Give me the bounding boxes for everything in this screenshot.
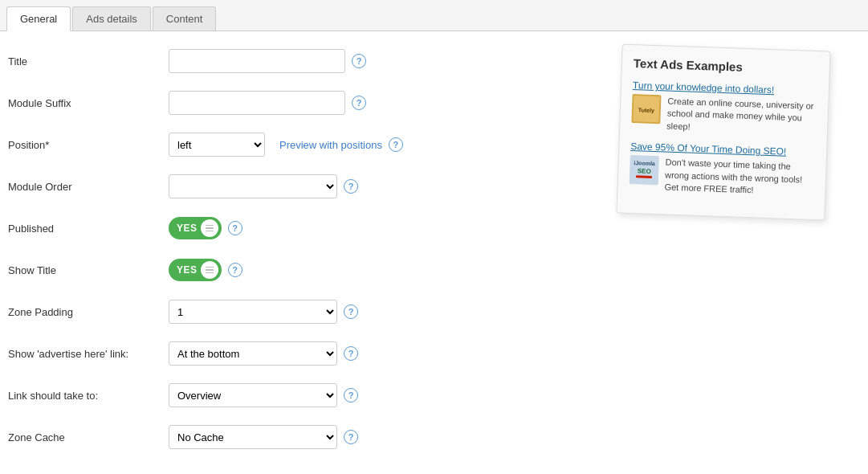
zone-padding-help-icon[interactable]: ? [344, 304, 358, 319]
show-title-toggle-text: YES [177, 264, 198, 276]
show-title-line-1 [206, 267, 214, 268]
module-suffix-input[interactable] [169, 91, 345, 115]
zone-cache-label: Zone Cache [8, 431, 169, 443]
tab-ads-details[interactable]: Ads details [72, 6, 151, 31]
published-toggle-text: YES [177, 223, 198, 234]
ad-item-2: Save 95% Of Your Time Doing SEO! iJoomla… [629, 141, 815, 198]
link-takes-help-icon[interactable]: ? [344, 388, 358, 402]
position-control: left right center top bottom Preview wit… [169, 133, 403, 157]
published-toggle[interactable]: YES [169, 217, 222, 239]
show-title-line-3 [206, 272, 214, 274]
module-order-label: Module Order [8, 181, 169, 193]
module-order-help-icon[interactable]: ? [344, 179, 358, 194]
link-takes-label: Link should take to: [8, 390, 169, 402]
ad2-thumbnail: iJoomla SEO [630, 155, 659, 185]
published-control: YES ? [169, 217, 242, 239]
toggle-line-3 [206, 231, 214, 232]
link-takes-control: Overview Detail Custom URL ? [169, 383, 358, 407]
toggle-lines [206, 225, 214, 232]
ad2-text: Don't waste your time taking the wrong a… [664, 157, 814, 199]
show-title-toggle-handle [201, 261, 218, 279]
zone-padding-select[interactable]: 1 2 3 4 5 [169, 300, 337, 324]
module-suffix-control: ? [169, 91, 366, 115]
position-row: Position* left right center top bottom P… [8, 131, 603, 158]
zone-padding-label: Zone Padding [8, 306, 169, 318]
ads-example-title: Text Ads Examples [634, 56, 818, 76]
title-help-icon[interactable]: ? [352, 54, 366, 68]
svg-text:iJoomla: iJoomla [634, 160, 655, 166]
show-title-row: Show Title YES ? [8, 256, 603, 284]
zone-padding-control: 1 2 3 4 5 ? [169, 300, 358, 324]
ad1-thumbnail: Tutely [631, 94, 661, 124]
zone-cache-select[interactable]: No Cache Static Progressive Permanent [169, 425, 337, 449]
zone-cache-help-icon[interactable]: ? [344, 430, 358, 444]
zone-cache-control: No Cache Static Progressive Permanent ? [169, 425, 358, 449]
position-help-icon[interactable]: ? [389, 137, 403, 152]
tab-content[interactable]: Content [153, 6, 217, 31]
module-suffix-row: Module Suffix ? [8, 89, 603, 116]
advertise-link-select[interactable]: At the bottom At the top Hidden [169, 341, 337, 366]
ad-item-1: Turn your knowledge into dollars! Tutely… [631, 80, 817, 137]
published-label: Published [8, 223, 169, 235]
title-input[interactable] [169, 49, 345, 73]
published-toggle-handle [201, 219, 218, 237]
advertise-link-row: Show 'advertise here' link: At the botto… [8, 340, 603, 367]
position-label: Position* [8, 139, 169, 151]
tab-general[interactable]: General [6, 6, 71, 31]
module-suffix-label: Module Suffix [8, 97, 169, 109]
show-title-toggle[interactable]: YES [169, 259, 222, 281]
right-panel: Text Ads Examples Turn your knowledge in… [619, 47, 860, 465]
toggle-line-2 [206, 227, 214, 229]
published-help-icon[interactable]: ? [228, 221, 242, 235]
ad1-text: Create an online course, university or s… [666, 96, 817, 138]
show-title-toggle-lines [206, 267, 214, 274]
ad1-body: Tutely Create an online course, universi… [631, 94, 817, 137]
position-select[interactable]: left right center top bottom [169, 133, 265, 157]
form-section: Title ? Module Suffix ? Position* left r… [8, 47, 603, 465]
ad2-body: iJoomla SEO Don't waste your time taking… [629, 155, 814, 198]
zone-padding-row: Zone Padding 1 2 3 4 5 ? [8, 298, 603, 325]
preview-positions-link[interactable]: Preview with positions [279, 139, 382, 151]
title-label: Title [8, 55, 169, 67]
link-takes-row: Link should take to: Overview Detail Cus… [8, 382, 603, 409]
show-title-control: YES ? [169, 259, 242, 281]
ads-example-box: Text Ads Examples Turn your knowledge in… [616, 44, 830, 221]
module-order-select[interactable] [169, 174, 337, 198]
advertise-link-help-icon[interactable]: ? [344, 346, 358, 361]
module-order-control: ? [169, 174, 358, 198]
toggle-line-1 [206, 225, 214, 227]
tabs-bar: General Ads details Content [0, 0, 868, 31]
show-title-label: Show Title [8, 264, 169, 276]
show-title-line-2 [206, 269, 214, 271]
zone-cache-row: Zone Cache No Cache Static Progressive P… [8, 423, 603, 451]
title-control: ? [169, 49, 366, 73]
svg-text:SEO: SEO [638, 167, 651, 175]
module-order-row: Module Order ? [8, 173, 603, 200]
advertise-link-control: At the bottom At the top Hidden ? [169, 341, 358, 366]
title-row: Title ? [8, 47, 603, 75]
advertise-link-label: Show 'advertise here' link: [8, 348, 169, 360]
link-takes-select[interactable]: Overview Detail Custom URL [169, 383, 337, 407]
show-title-help-icon[interactable]: ? [228, 263, 242, 277]
published-row: Published YES ? [8, 215, 603, 242]
main-content: Title ? Module Suffix ? Position* left r… [0, 31, 868, 473]
module-suffix-help-icon[interactable]: ? [352, 96, 366, 110]
